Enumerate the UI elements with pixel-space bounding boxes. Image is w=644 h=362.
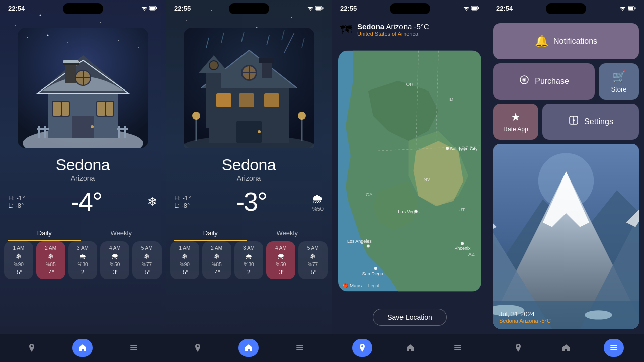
city-name: Sedona	[8, 156, 157, 174]
svg-point-28	[91, 125, 94, 128]
svg-rect-56	[316, 7, 321, 10]
weather-info: Sedona Arizona H: -1° L: -8° -4° ❄	[0, 156, 166, 217]
panel-rain-weather: 22:55	[166, 0, 332, 362]
svg-rect-64	[262, 60, 272, 78]
nav-home-4[interactable]	[556, 339, 576, 357]
svg-point-80	[192, 112, 200, 120]
svg-rect-91	[296, 349, 303, 350]
hour-card[interactable]: 2 AM ❄ %85 -4°	[36, 241, 65, 279]
rate-app-button[interactable]: ★ Rate App	[493, 104, 538, 140]
svg-rect-89	[296, 345, 303, 346]
tab-daily[interactable]: Daily	[8, 226, 81, 241]
rate-settings-row: ★ Rate App Settings	[493, 104, 639, 140]
tab-weekly-2[interactable]: Weekly	[251, 226, 324, 241]
store-button[interactable]: 🛒 Store	[599, 63, 639, 100]
svg-point-76	[210, 61, 218, 69]
svg-rect-40	[44, 126, 46, 138]
rain-house-svg	[184, 28, 314, 148]
rate-icon: ★	[511, 111, 521, 124]
hour-temp: -3°	[111, 269, 118, 275]
hour-pct: %85	[46, 262, 56, 267]
hour-label: 1 AM	[13, 245, 25, 251]
status-time-3: 22:55	[340, 5, 357, 12]
wifi-icon-3	[463, 6, 469, 11]
settings-button[interactable]: Settings	[542, 104, 639, 140]
status-time-2: 22:55	[174, 5, 191, 12]
svg-text:San Diego: San Diego	[362, 271, 383, 276]
svg-text:ID: ID	[448, 96, 453, 102]
svg-point-128	[523, 79, 525, 81]
svg-point-143	[585, 310, 612, 319]
svg-rect-34	[106, 102, 113, 116]
map-location: Sedona Arizona -5°C United States of Ame…	[357, 22, 429, 37]
purchase-icon	[519, 74, 530, 88]
svg-point-113	[374, 267, 377, 270]
nav-menu-4[interactable]	[604, 339, 624, 357]
nav-location-4[interactable]	[508, 339, 528, 357]
panel-map: 22:55 🗺 Sedona Arizona -5°C United State…	[332, 0, 488, 362]
hour-icon: ❄	[16, 252, 22, 260]
nav-menu-3[interactable]	[448, 339, 468, 357]
nav-home-3[interactable]	[400, 339, 420, 357]
status-icons-4	[620, 6, 636, 11]
tab-row: Daily Weekly	[0, 226, 166, 241]
hour-card-2[interactable]: 5 AM ❄ %77 -5°	[298, 241, 328, 279]
svg-rect-55	[323, 7, 324, 9]
nav-location[interactable]	[22, 339, 42, 357]
nav-menu[interactable]	[124, 339, 144, 357]
hour-card-2[interactable]: 1 AM ❄ %90 -5°	[170, 241, 199, 279]
panel-snow-weather: 22:54	[0, 0, 166, 362]
svg-rect-39	[38, 126, 40, 138]
mountain-svg	[493, 144, 639, 329]
svg-rect-125	[628, 7, 633, 10]
svg-text:🍎 Maps: 🍎 Maps	[342, 282, 362, 289]
nav-menu-2[interactable]	[290, 339, 310, 357]
battery-icon-2	[315, 6, 324, 11]
nav-home[interactable]	[72, 339, 93, 357]
promo-location: Sedona Arizona -5°C	[499, 318, 551, 324]
svg-rect-70	[264, 93, 279, 107]
svg-rect-33	[97, 102, 105, 116]
bottom-nav	[0, 334, 166, 362]
hour-card[interactable]: 5 AM ❄ %77 -5°	[132, 241, 162, 279]
hour-card-2[interactable]: 2 AM ❄ %85 -4°	[202, 241, 231, 279]
nav-location-3[interactable]	[352, 339, 372, 357]
nav-location-2[interactable]	[188, 339, 208, 357]
weather-info-2: Sedona Arizona H: -1° L: -8° -3° 🌧 %50	[166, 156, 332, 217]
store-icon: 🛒	[612, 70, 626, 83]
dynamic-island-3	[390, 3, 430, 14]
rate-label: Rate App	[503, 126, 528, 133]
notifications-icon: 🔔	[535, 35, 548, 48]
svg-point-82	[298, 112, 306, 120]
hour-card-2[interactable]: 3 AM 🌧 %30 -2°	[234, 241, 264, 279]
tab-daily-2[interactable]: Daily	[174, 226, 247, 241]
hour-label: 2 AM	[45, 245, 56, 251]
hour-temp: -4°	[47, 269, 54, 275]
svg-point-16	[47, 35, 48, 36]
state-name-2: Arizona	[174, 174, 324, 183]
status-icons-3	[463, 6, 479, 11]
svg-rect-95	[472, 7, 477, 10]
tab-weekly[interactable]: Weekly	[85, 226, 158, 241]
promo-image: Jul, 31 2024 Sedona Arizona -5°C	[493, 144, 639, 329]
purchase-store-row: Purchase 🛒 Store	[493, 63, 639, 100]
house-illustration-area	[0, 15, 166, 161]
dynamic-island-4	[546, 3, 586, 14]
map-footer: Save Location	[332, 305, 488, 330]
hour-icon: 🌨	[111, 252, 118, 260]
svg-text:UT: UT	[458, 207, 465, 212]
purchase-button[interactable]: Purchase	[493, 63, 595, 100]
status-icons	[141, 6, 157, 11]
hour-card[interactable]: 3 AM 🌧 %30 -2°	[68, 241, 98, 279]
hour-card-2[interactable]: 4 AM 🌨 %50 -3°	[266, 241, 295, 279]
store-label: Store	[611, 85, 626, 93]
notifications-button[interactable]: 🔔 Notifications	[493, 23, 639, 59]
dynamic-island-2	[229, 3, 269, 14]
nav-home-2[interactable]	[238, 339, 259, 357]
hour-card[interactable]: 1 AM ❄ %90 -5°	[4, 241, 33, 279]
svg-rect-31	[53, 102, 61, 116]
save-location-button[interactable]: Save Location	[373, 309, 447, 326]
status-time-4: 22:54	[496, 5, 513, 12]
hour-card[interactable]: 4 AM 🌨 %50 -3°	[100, 241, 129, 279]
map-container[interactable]: OR ID WY NV CA UT AZ Salt Lake City Las …	[338, 50, 481, 292]
